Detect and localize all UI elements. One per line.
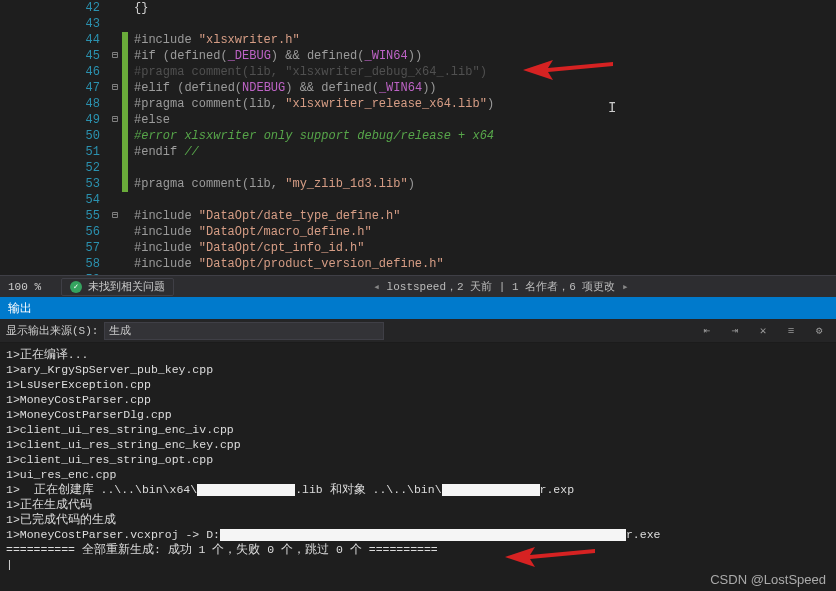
output-line: 1> 正在创建库 ..\..\bin\x64\.lib 和对象 ..\..\bi…: [6, 482, 830, 497]
editor-statusbar: 100 % ✓ 未找到相关问题 ◂ lostspeed，2 天前 | 1 名作者…: [0, 275, 836, 297]
code-line[interactable]: [134, 16, 836, 32]
output-line: 1>MoneyCostParserDlg.cpp: [6, 407, 830, 422]
code-line[interactable]: #pragma comment(lib, "xlsxwriter_debug_x…: [134, 64, 836, 80]
code-line[interactable]: #if (defined(_DEBUG) && defined(_WIN64)): [134, 48, 836, 64]
code-line[interactable]: #include "DataOpt/cpt_info_id.h": [134, 240, 836, 256]
output-line: |: [6, 557, 830, 572]
code-line[interactable]: #elif (defined(NDEBUG) && defined(_WIN64…: [134, 80, 836, 96]
output-line: 1>已完成代码的生成: [6, 512, 830, 527]
output-source-label: 显示输出来源(S):: [6, 323, 98, 338]
code-line[interactable]: #include "xlsxwriter.h": [134, 32, 836, 48]
code-line[interactable]: #error xlsxwriter only support debug/rel…: [134, 128, 836, 144]
zoom-level[interactable]: 100 %: [8, 281, 41, 293]
output-toolbar: 显示输出来源(S): 生成 ⇤ ⇥ ✕ ≡ ⚙: [0, 319, 836, 343]
blame-info[interactable]: ◂ lostspeed，2 天前 | 1 名作者，6 项更改 ▸: [174, 279, 828, 294]
indent-left-icon[interactable]: ⇤: [696, 322, 718, 340]
code-line[interactable]: #else: [134, 112, 836, 128]
indent-right-icon[interactable]: ⇥: [724, 322, 746, 340]
output-source-select[interactable]: 生成: [104, 322, 384, 340]
code-line[interactable]: #pragma comment(lib, "my_zlib_1d3.lib"): [134, 176, 836, 192]
code-line[interactable]: #include "DataOpt/date_type_define.h": [134, 208, 836, 224]
line-numbers: 424344454647484950515253545556575859: [68, 0, 108, 275]
output-body[interactable]: 1>正在编译...1>ary_KrgySpServer_pub_key.cpp1…: [0, 343, 836, 591]
output-line: 1>正在生成代码: [6, 497, 830, 512]
issues-text: 未找到相关问题: [88, 279, 165, 294]
output-line: 1>client_ui_res_string_enc_iv.cpp: [6, 422, 830, 437]
output-line: 1>client_ui_res_string_enc_key.cpp: [6, 437, 830, 452]
output-line: 1>ary_KrgySpServer_pub_key.cpp: [6, 362, 830, 377]
output-line: 1>MoneyCostParser.cpp: [6, 392, 830, 407]
code-line[interactable]: [134, 272, 836, 275]
wrap-icon[interactable]: ≡: [780, 322, 802, 340]
watermark: CSDN @LostSpeed: [710, 572, 826, 587]
code-line[interactable]: #endif //: [134, 144, 836, 160]
panel-title: 输出: [8, 300, 32, 317]
clear-icon[interactable]: ✕: [752, 322, 774, 340]
code-line[interactable]: {}: [134, 0, 836, 16]
output-line: ========== 全部重新生成: 成功 1 个，失败 0 个，跳过 0 个 …: [6, 542, 830, 557]
gutter: [0, 0, 68, 275]
settings-icon[interactable]: ⚙: [808, 322, 830, 340]
code-editor[interactable]: 424344454647484950515253545556575859 ⊟⊟⊟…: [0, 0, 836, 275]
check-icon: ✓: [70, 281, 82, 293]
code-line[interactable]: #pragma comment(lib, "xlsxwriter_release…: [134, 96, 836, 112]
output-line: 1>client_ui_res_string_opt.cpp: [6, 452, 830, 467]
code-area[interactable]: I {}#include "xlsxwriter.h"#if (defined(…: [128, 0, 836, 275]
code-line[interactable]: #include "DataOpt/product_version_define…: [134, 256, 836, 272]
output-line: 1>MoneyCostParser.vcxproj -> D:r.exe: [6, 527, 830, 542]
fold-column[interactable]: ⊟⊟⊟⊟: [108, 0, 122, 275]
code-line[interactable]: [134, 192, 836, 208]
code-line[interactable]: #include "DataOpt/macro_define.h": [134, 224, 836, 240]
output-line: 1>ui_res_enc.cpp: [6, 467, 830, 482]
output-panel-header[interactable]: 输出: [0, 297, 836, 319]
output-line: 1>正在编译...: [6, 347, 830, 362]
issues-indicator[interactable]: ✓ 未找到相关问题: [61, 278, 174, 296]
output-line: 1>LsUserException.cpp: [6, 377, 830, 392]
code-line[interactable]: [134, 160, 836, 176]
text-cursor: I: [608, 100, 616, 116]
